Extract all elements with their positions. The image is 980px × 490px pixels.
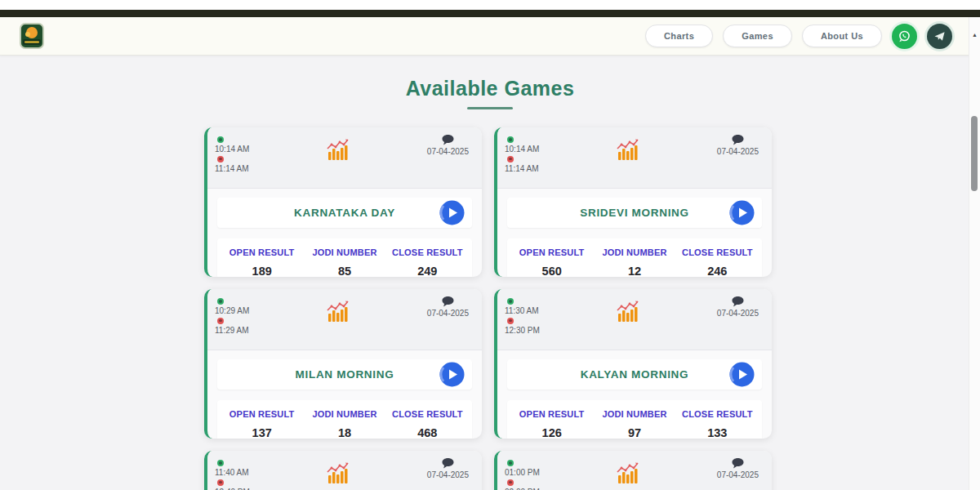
open-time: 01:00 PM <box>505 468 540 478</box>
results-box: OPEN RESULT 137 JODI NUMBER 18 CLOSE RES… <box>217 400 472 439</box>
card-date-block: 07-04-2025 <box>427 135 469 156</box>
nav-charts-button[interactable]: Charts <box>645 24 713 47</box>
chat-bubble-icon <box>442 135 454 146</box>
close-time-dot <box>217 318 224 324</box>
games-grid: 10:14 AM 11:14 AM <box>204 127 772 490</box>
jodi-number-col: JODI NUMBER 12 <box>593 247 675 277</box>
open-time: 10:14 AM <box>215 145 249 154</box>
card-times: 11:30 AM 12:30 PM <box>505 296 540 335</box>
results-box: OPEN RESULT 189 JODI NUMBER 85 CLOSE RES… <box>217 238 472 277</box>
card-info-row: 10:29 AM 11:29 AM <box>207 289 482 350</box>
open-time: 11:40 AM <box>215 468 250 478</box>
card-date-block: 07-04-2025 <box>427 458 469 479</box>
open-result-label: OPEN RESULT <box>220 247 303 257</box>
whatsapp-button[interactable] <box>892 24 917 49</box>
close-time: 11:14 AM <box>505 164 539 174</box>
trend-chart-icon <box>616 461 640 487</box>
jodi-number-label: JODI NUMBER <box>303 409 385 419</box>
game-card: 10:14 AM 11:14 AM <box>494 127 772 277</box>
card-info-row: 11:30 AM 12:30 PM <box>497 289 772 350</box>
close-time-dot <box>217 479 224 486</box>
logo-icon <box>20 23 44 49</box>
card-times: 11:40 AM 12:40 PM <box>215 458 250 490</box>
telegram-button[interactable] <box>927 24 952 49</box>
play-button[interactable] <box>439 362 465 387</box>
close-result-value: 468 <box>386 426 469 439</box>
play-button[interactable] <box>439 200 465 225</box>
chat-bubble-icon <box>732 135 744 146</box>
chat-bubble-icon <box>442 296 454 308</box>
jodi-number-value: 97 <box>593 426 675 439</box>
jodi-number-col: JODI NUMBER 85 <box>303 247 385 277</box>
browser-top-strip <box>0 0 980 10</box>
page-scrollbar[interactable]: ▲ <box>969 17 980 490</box>
close-result-label: CLOSE RESULT <box>676 247 759 257</box>
card-date-block: 07-04-2025 <box>717 458 759 479</box>
title-underline <box>467 107 513 109</box>
card-info-row: 10:14 AM 11:14 AM <box>497 127 772 189</box>
main-content: Available Games 10:14 AM 11:14 AM <box>0 56 980 490</box>
card-info-row: 01:00 PM 02:00 PM <box>497 451 772 490</box>
play-icon <box>729 362 755 387</box>
game-name-bar[interactable]: MILAN MORNING <box>217 359 472 390</box>
header-nav: Charts Games About Us <box>645 24 952 49</box>
trend-chart-icon <box>326 299 350 325</box>
game-name-bar[interactable]: KARNATAKA DAY <box>217 198 472 228</box>
close-time-dot <box>217 156 224 163</box>
nav-games-label: Games <box>742 31 773 41</box>
open-time-dot <box>507 460 514 466</box>
card-date: 07-04-2025 <box>427 470 469 479</box>
game-name-bar[interactable]: SRIDEVI MORNING <box>507 198 762 228</box>
open-result-col: OPEN RESULT 126 <box>510 409 593 439</box>
scroll-up-arrow[interactable]: ▲ <box>969 32 980 38</box>
open-result-col: OPEN RESULT 137 <box>220 409 303 439</box>
open-time-dot <box>217 136 224 143</box>
game-name-bar[interactable]: KALYAN MORNING <box>507 359 762 390</box>
whatsapp-icon <box>898 29 911 43</box>
close-result-label: CLOSE RESULT <box>386 247 469 257</box>
page-title: Available Games <box>0 77 980 100</box>
close-result-col: CLOSE RESULT 133 <box>676 409 759 439</box>
card-times: 10:14 AM 11:14 AM <box>505 135 539 173</box>
results-box: OPEN RESULT 126 JODI NUMBER 97 CLOSE RES… <box>507 400 762 439</box>
play-icon <box>439 362 465 387</box>
open-time: 10:14 AM <box>505 145 539 154</box>
card-times: 10:14 AM 11:14 AM <box>215 135 249 173</box>
jodi-number-value: 85 <box>303 265 385 277</box>
game-card: 01:00 PM 02:00 PM <box>494 451 772 490</box>
jodi-number-value: 18 <box>303 426 385 439</box>
top-black-bar <box>0 10 980 17</box>
card-date: 07-04-2025 <box>717 470 759 479</box>
jodi-number-label: JODI NUMBER <box>303 247 385 257</box>
jodi-number-label: JODI NUMBER <box>593 409 675 419</box>
open-time-dot <box>217 298 224 305</box>
card-date-block: 07-04-2025 <box>427 296 469 318</box>
close-result-col: CLOSE RESULT 246 <box>676 247 759 277</box>
game-card: 11:40 AM 12:40 PM <box>204 451 482 490</box>
game-card: 10:29 AM 11:29 AM <box>204 289 482 439</box>
close-result-col: CLOSE RESULT 249 <box>386 247 469 277</box>
open-result-value: 560 <box>510 265 593 277</box>
nav-about-button[interactable]: About Us <box>802 24 882 47</box>
game-name: MILAN MORNING <box>296 368 394 381</box>
close-result-value: 133 <box>676 426 759 439</box>
card-date: 07-04-2025 <box>427 147 469 156</box>
card-date-block: 07-04-2025 <box>717 135 759 156</box>
nav-about-label: About Us <box>821 31 863 41</box>
play-icon <box>729 200 755 225</box>
open-result-col: OPEN RESULT 189 <box>220 247 303 277</box>
play-button[interactable] <box>729 200 755 225</box>
close-result-label: CLOSE RESULT <box>676 409 759 419</box>
site-logo[interactable] <box>20 23 44 49</box>
open-result-label: OPEN RESULT <box>510 247 593 257</box>
scrollbar-thumb[interactable] <box>971 116 978 191</box>
card-times: 10:29 AM 11:29 AM <box>215 296 249 335</box>
nav-charts-label: Charts <box>664 31 694 41</box>
play-button[interactable] <box>729 362 755 387</box>
close-time: 11:29 AM <box>215 326 249 336</box>
close-time: 02:00 PM <box>505 488 540 490</box>
game-name: KALYAN MORNING <box>581 368 689 381</box>
open-time-dot <box>507 298 514 305</box>
nav-games-button[interactable]: Games <box>723 24 792 47</box>
results-box: OPEN RESULT 560 JODI NUMBER 12 CLOSE RES… <box>507 238 762 277</box>
